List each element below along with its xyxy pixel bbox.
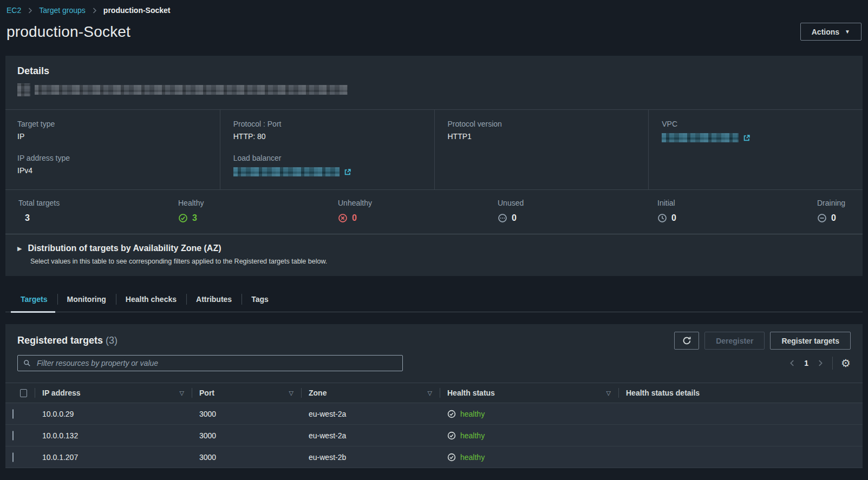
zone-cell: eu-west-2a — [301, 431, 440, 440]
column-header-zone[interactable]: Zone ▽ — [301, 383, 440, 403]
column-label: IP address — [42, 389, 81, 397]
registered-targets-panel: Registered targets (3) Deregister Regist… — [5, 324, 863, 468]
table-row: 10.0.1.207 3000 eu-west-2b healthy — [5, 446, 863, 468]
target-health-summary: Total targets 3 Healthy 3 Unhealthy — [5, 189, 863, 234]
health-status-cell: healthy — [440, 410, 618, 418]
ellipsis-circle-icon — [498, 213, 507, 223]
ip-cell: 10.0.0.29 — [35, 410, 192, 418]
field-protocol-port: Protocol : Port HTTP: 80 — [233, 120, 421, 141]
page-title: production-Socket — [6, 23, 130, 41]
previous-page-icon[interactable] — [788, 359, 796, 367]
health-status-text: healthy — [460, 453, 485, 462]
tab-health-checks[interactable]: Health checks — [116, 287, 186, 312]
row-checkbox[interactable] — [12, 409, 14, 419]
refresh-button[interactable] — [674, 332, 699, 350]
stat-value: 0 — [512, 213, 517, 223]
next-page-icon[interactable] — [817, 359, 824, 367]
redacted-load-balancer-name — [233, 167, 340, 176]
caret-down-icon: ▼ — [845, 29, 850, 35]
details-grid: Target type IP IP address type IPv4 Prot… — [5, 109, 863, 189]
column-label: Health status — [447, 389, 495, 397]
field-ip-address-type: IP address type IPv4 — [17, 154, 207, 175]
check-circle-icon — [447, 453, 456, 462]
stat-value: 3 — [25, 213, 30, 223]
check-circle-icon — [447, 410, 456, 418]
port-cell: 3000 — [192, 410, 301, 418]
vpc-link[interactable] — [662, 133, 850, 142]
column-header-health-status[interactable]: Health status ▽ — [440, 383, 618, 403]
filter-triangle-icon[interactable]: ▽ — [289, 390, 293, 397]
health-status-text: healthy — [460, 431, 485, 440]
az-distribution-expander[interactable]: ▶ Distribution of targets by Availabilit… — [5, 234, 863, 276]
triangle-right-icon: ▶ — [17, 245, 22, 252]
field-label: Protocol version — [448, 120, 636, 128]
register-targets-button[interactable]: Register targets — [770, 332, 851, 350]
actions-button-label: Actions — [812, 28, 839, 36]
actions-button[interactable]: Actions ▼ — [800, 23, 862, 41]
stat-value: 0 — [352, 213, 357, 223]
table-row: 10.0.0.132 3000 eu-west-2a healthy — [5, 425, 863, 446]
filter-input[interactable] — [36, 358, 397, 368]
clock-icon — [657, 213, 667, 223]
settings-gear-icon[interactable]: ⚙ — [841, 358, 851, 369]
table-row: 10.0.0.29 3000 eu-west-2a healthy — [5, 403, 863, 425]
filter-triangle-icon[interactable]: ▽ — [606, 390, 611, 397]
field-target-type: Target type IP — [17, 120, 207, 141]
breadcrumb-ec2-link[interactable]: EC2 — [6, 6, 21, 15]
stat-value: 0 — [671, 213, 676, 223]
table-header-row: IP address ▽ Port ▽ Zone ▽ Health status… — [5, 383, 863, 403]
breadcrumb-current: production-Socket — [103, 6, 171, 15]
stat-healthy: Healthy 3 — [178, 199, 230, 223]
registered-targets-title: Registered targets (3) — [17, 335, 118, 346]
row-checkbox[interactable] — [12, 452, 14, 462]
field-label: IP address type — [17, 154, 207, 162]
breadcrumb-target-groups-link[interactable]: Target groups — [39, 6, 86, 15]
field-value: HTTP1 — [448, 132, 636, 141]
search-icon — [23, 359, 31, 367]
details-card: Details Target type IP IP address type I… — [5, 56, 863, 276]
stat-total-targets: Total targets 3 — [18, 199, 70, 223]
row-checkbox[interactable] — [12, 431, 14, 440]
port-cell: 3000 — [192, 453, 301, 462]
page-number[interactable]: 1 — [804, 359, 808, 367]
tab-monitoring[interactable]: Monitoring — [57, 287, 116, 312]
refresh-icon — [682, 336, 691, 345]
tab-bar: Targets Monitoring Health checks Attribu… — [5, 287, 863, 312]
stat-unused: Unused 0 — [498, 199, 550, 223]
column-header-ip-address[interactable]: IP address ▽ — [35, 383, 192, 403]
column-header-health-status-details: Health status details — [618, 383, 863, 403]
external-link-icon — [344, 168, 351, 176]
stat-label: Draining — [817, 199, 850, 207]
details-title: Details — [17, 65, 851, 77]
pagination: 1 ⚙ — [788, 357, 851, 370]
redacted-block — [17, 83, 30, 96]
health-status-cell: healthy — [440, 453, 618, 462]
breadcrumb: EC2 Target groups production-Socket — [5, 0, 863, 15]
target-group-arn-redacted — [17, 83, 851, 96]
redacted-arn-text — [35, 85, 348, 95]
field-label: VPC — [662, 120, 850, 128]
page: EC2 Target groups production-Socket prod… — [0, 0, 868, 468]
filter-triangle-icon[interactable]: ▽ — [180, 390, 184, 397]
tab-tags[interactable]: Tags — [242, 287, 278, 312]
az-distribution-title: Distribution of targets by Availability … — [28, 244, 221, 253]
stat-label: Initial — [657, 199, 709, 207]
deregister-button[interactable]: Deregister — [704, 332, 765, 350]
field-vpc: VPC — [662, 120, 850, 142]
tab-targets[interactable]: Targets — [11, 287, 57, 312]
field-label: Protocol : Port — [233, 120, 421, 128]
load-balancer-link[interactable] — [233, 167, 421, 176]
column-label: Port — [199, 389, 214, 397]
stat-label: Total targets — [18, 199, 70, 207]
filter-triangle-icon[interactable]: ▽ — [428, 390, 432, 397]
stat-label: Unhealthy — [338, 199, 390, 207]
select-all-checkbox[interactable] — [20, 389, 27, 397]
field-value: IP — [17, 132, 207, 141]
health-status-cell: healthy — [440, 431, 618, 440]
column-label: Health status details — [626, 389, 700, 397]
page-header: production-Socket Actions ▼ — [6, 23, 862, 41]
tab-attributes[interactable]: Attributes — [186, 287, 242, 312]
check-circle-icon — [178, 213, 188, 223]
column-header-port[interactable]: Port ▽ — [192, 383, 301, 403]
registered-targets-title-text: Registered targets — [17, 335, 103, 346]
